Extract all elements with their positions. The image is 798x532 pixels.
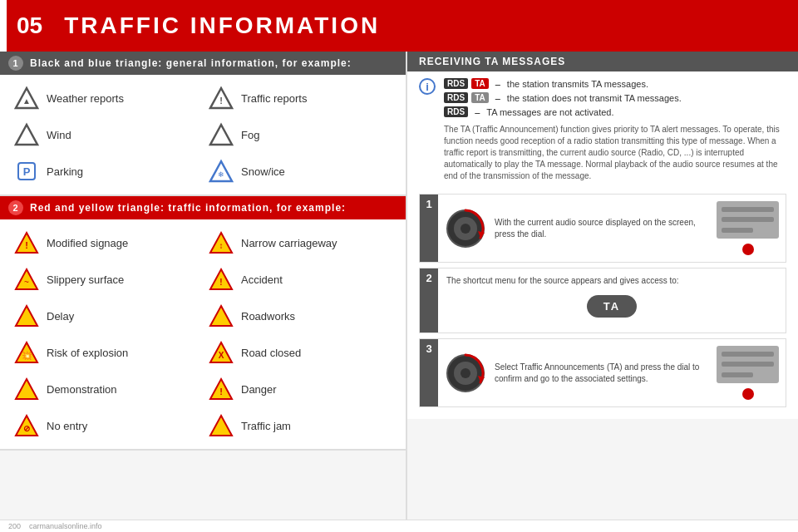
step-2-text: The shortcut menu for the source appears… (446, 275, 777, 287)
section2-number: 2 (8, 200, 23, 215)
modified-signage-icon: ! (13, 229, 40, 256)
list-item: ▲ Weather reports (8, 81, 203, 115)
svg-point-36 (461, 368, 470, 378)
svg-text:!: ! (25, 240, 28, 250)
svg-text:❄: ❄ (218, 170, 224, 179)
page-header: 05 TRAFFIC INFORMATION (0, 0, 798, 52)
modified-signage-label: Modified signage (47, 237, 128, 249)
step-2-number: 2 (420, 268, 438, 332)
rds-rows-container: RDS TA – the station transmits TA messag… (444, 78, 786, 189)
step-2-block: 2 The shortcut menu for the source appea… (419, 268, 786, 333)
section1-header: 1 Black and blue triangle: general infor… (0, 52, 406, 75)
explosion-icon: 💥 (13, 339, 40, 366)
list-item: Fog (203, 118, 397, 151)
roadworks-icon (208, 303, 234, 329)
step-1-content: With the current audio source displayed … (438, 195, 786, 262)
ta-body-text: The TA (Traffic Announcement) function g… (444, 124, 786, 182)
list-item: X Road closed (203, 336, 397, 369)
knob-icon-1 (445, 208, 486, 249)
section2-label: Red and yellow triangle: traffic informa… (30, 202, 346, 214)
roadworks-label: Roadworks (241, 310, 295, 323)
main-content: 1 Black and blue triangle: general infor… (0, 52, 798, 532)
rds-badge-2: RDS (444, 92, 468, 103)
accident-label: Accident (241, 273, 283, 286)
no-entry-label: No entry (47, 420, 87, 432)
step-1-number: 1 (420, 195, 438, 262)
knob-icon-3 (445, 352, 486, 394)
list-item: ! Traffic reports (203, 81, 397, 115)
section1-grid: ▲ Weather reports ! Traffic reports (8, 81, 397, 188)
screen-3 (717, 346, 779, 383)
right-content: i RDS TA – the station transmits TA mess… (407, 71, 798, 419)
weather-label: Weather reports (47, 92, 124, 105)
danger-icon: ! (208, 376, 234, 402)
rds-desc-3: TA messages are not activated. (486, 107, 613, 117)
danger-label: Danger (241, 383, 277, 396)
display-mockup-3 (717, 346, 779, 400)
svg-marker-19 (210, 306, 232, 326)
rds-desc-2: the station does not transmit TA message… (507, 93, 682, 103)
svg-text:!: ! (219, 278, 222, 287)
section2-header: 2 Red and yellow triangle: traffic infor… (0, 196, 406, 219)
fog-icon (208, 121, 234, 148)
list-item: ↕ Narrow carriageway (203, 226, 397, 259)
ta-display-area: TA (446, 287, 777, 326)
list-item: Wind (8, 118, 203, 151)
rds-row-3: RDS – TA messages are not activated. (444, 106, 786, 117)
no-entry-icon: ⊘ (13, 412, 40, 439)
svg-text:!: ! (219, 96, 223, 106)
red-button-3 (742, 388, 754, 400)
step-3-content: Select Traffic Announcements (TA) and pr… (438, 339, 786, 406)
svg-text:P: P (23, 165, 31, 178)
right-section-title: RECEIVING TA MESSAGES (407, 52, 798, 71)
section1-label: Black and blue triangle: general informa… (30, 57, 352, 69)
wind-icon (13, 121, 40, 148)
list-item: 💥 Risk of explosion (8, 336, 203, 369)
narrow-carriageway-label: Narrow carriageway (241, 237, 337, 249)
fog-label: Fog (241, 129, 259, 141)
rds-badge-3: RDS (444, 106, 468, 117)
demonstration-label: Demonstration (47, 383, 117, 396)
right-panel: RECEIVING TA MESSAGES i RDS TA – the sta… (407, 52, 798, 532)
section2-content: ! Modified signage ↕ Narrow carriageway (0, 219, 406, 451)
svg-text:~: ~ (24, 278, 29, 287)
list-item: Delay (8, 299, 203, 332)
rds-badge-1: RDS (444, 78, 468, 89)
parking-label: Parking (47, 165, 83, 178)
traffic-label: Traffic reports (241, 92, 307, 105)
delay-label: Delay (47, 310, 74, 323)
ta-badge-2: TA (471, 92, 489, 103)
svg-text:X: X (219, 351, 224, 360)
accident-icon: ! (208, 266, 234, 293)
list-item: P Parking (8, 155, 203, 188)
list-item: ! Modified signage (8, 226, 203, 259)
traffic-icon: ! (208, 85, 234, 111)
explosion-label: Risk of explosion (47, 347, 128, 359)
red-button-1 (742, 244, 754, 255)
slippery-label: Slippery surface (47, 273, 124, 286)
list-item: ! Danger (203, 372, 397, 406)
step-3-text: Select Traffic Announcements (TA) and pr… (495, 362, 708, 385)
list-item: ⊘ No entry (8, 409, 203, 442)
ta-badge-1: TA (471, 78, 489, 89)
display-mockup-1 (717, 201, 779, 255)
svg-marker-18 (16, 306, 37, 326)
rds-desc-1: the station transmits TA messages. (507, 79, 648, 89)
step-2-content: The shortcut menu for the source appears… (438, 268, 786, 332)
section2-grid: ! Modified signage ↕ Narrow carriageway (8, 226, 397, 442)
snowice-icon: ❄ (208, 158, 234, 185)
chapter-number: 05 (17, 12, 42, 39)
svg-point-32 (461, 224, 470, 234)
parking-icon: P (13, 158, 40, 185)
slippery-icon: ~ (13, 266, 40, 293)
list-item: ❄ Snow/ice (203, 155, 397, 188)
info-icon: i (419, 78, 436, 95)
svg-text:⊘: ⊘ (23, 424, 30, 433)
snowice-label: Snow/ice (241, 165, 285, 178)
step-3-number: 3 (420, 339, 438, 406)
weather-icon: ▲ (13, 85, 40, 111)
svg-marker-29 (210, 416, 232, 436)
website: carmanualsonline.info (29, 522, 102, 530)
svg-marker-24 (16, 379, 37, 399)
section1-content: ▲ Weather reports ! Traffic reports (0, 75, 406, 196)
